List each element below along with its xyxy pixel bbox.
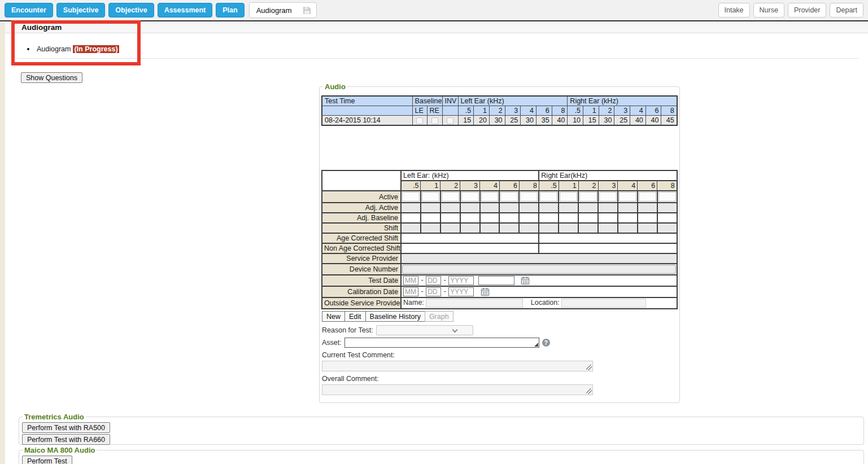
active-cell [559, 191, 578, 203]
active-threshold-input[interactable] [422, 192, 439, 202]
active-threshold-input[interactable] [442, 192, 459, 202]
value-cell [480, 223, 500, 233]
device-number-input[interactable] [402, 265, 676, 274]
active-threshold-input[interactable] [500, 192, 518, 202]
calendar-icon[interactable] [521, 276, 530, 285]
perform-test-with-ra660-button[interactable]: Perform Test with RA660 [22, 434, 110, 445]
detail-freq-header-left-1: 1 [421, 181, 440, 191]
reason-for-test-select[interactable] [376, 325, 473, 335]
value-cell [578, 223, 598, 233]
stage-button-depart[interactable]: Depart [830, 3, 863, 17]
freq-header-right-1: 1 [583, 106, 599, 116]
col-baseline: Baseline [412, 96, 442, 106]
date-separator: - [444, 287, 446, 295]
detail-freq-header-left-2: 2 [440, 181, 460, 191]
current-test-comment-textarea[interactable] [322, 361, 593, 371]
nav-button-encounter[interactable]: Encounter [5, 3, 53, 17]
active-threshold-input[interactable] [658, 192, 676, 202]
outside-location-input[interactable] [561, 299, 646, 308]
blank-corner-cell [322, 170, 401, 191]
baseline-re-checkbox[interactable] [431, 117, 438, 124]
right-ear-value-cell: 40 [645, 116, 661, 126]
value-cell [618, 213, 638, 223]
active-threshold-input[interactable] [520, 192, 538, 202]
new-button[interactable]: New [322, 311, 345, 322]
outside-name-input[interactable] [426, 299, 523, 308]
left-ear-value-cell: 30 [521, 116, 536, 126]
col-re: RE [427, 106, 442, 116]
shift-cell [539, 233, 677, 243]
row-label-non-age-corrected-shift: Non Age Corrected Shift [322, 243, 401, 253]
help-icon[interactable]: ? [542, 339, 550, 347]
value-cell [440, 203, 460, 213]
value-cell [657, 213, 677, 223]
nav-button-plan[interactable]: Plan [216, 3, 244, 17]
save-button[interactable] [299, 3, 316, 17]
value-cell [519, 203, 539, 213]
freq-header-left-3: 3 [505, 106, 521, 116]
resize-grip-icon [534, 343, 538, 347]
inv-checkbox-cell [442, 116, 458, 126]
active-threshold-input[interactable] [639, 192, 656, 202]
detail-freq-header-left-8: 8 [519, 181, 539, 191]
value-cell [598, 223, 618, 233]
current-test-comment-label: Current Test Comment: [322, 351, 678, 359]
value-cell [598, 203, 618, 213]
nav-button-subjective[interactable]: Subjective [56, 3, 106, 17]
active-cell [519, 191, 539, 203]
active-threshold-input[interactable] [481, 192, 499, 202]
blank-header-cell [442, 106, 458, 116]
graph-button: Graph [425, 311, 453, 322]
test-date-month-input[interactable] [403, 276, 418, 285]
stage-button-provider[interactable]: Provider [788, 3, 827, 17]
baseline-history-button[interactable]: Baseline History [365, 311, 425, 322]
tab-audiogram[interactable]: Audiogram [249, 2, 317, 18]
active-cell [401, 191, 421, 203]
active-threshold-input[interactable] [599, 192, 617, 202]
perform-test-with-ra500-button[interactable]: Perform Test with RA500 [22, 422, 110, 433]
active-threshold-input[interactable] [579, 192, 597, 202]
left-ear-value-cell: 15 [458, 116, 474, 126]
active-threshold-input[interactable] [540, 192, 557, 202]
active-threshold-input[interactable] [619, 192, 636, 202]
detail-col-right-ear: Right Ear(kHz) [539, 170, 677, 181]
freq-header-right-4: 4 [630, 106, 646, 116]
resize-grip-icon [586, 365, 592, 370]
asset-input[interactable] [344, 338, 539, 348]
calibration-date-year-input[interactable] [448, 287, 474, 296]
detail-freq-header-right-2: 2 [578, 181, 598, 191]
date-separator: - [421, 276, 423, 284]
show-questions-button[interactable]: Show Questions [21, 72, 82, 83]
date-separator: - [444, 276, 446, 284]
value-cell [618, 223, 638, 233]
perform-test-button[interactable]: Perform Test [22, 456, 72, 464]
calibration-date-month-input[interactable] [403, 287, 418, 296]
value-cell [401, 223, 421, 233]
overall-comment-textarea[interactable] [322, 384, 593, 395]
value-cell [460, 213, 480, 223]
left-ear-value-cell: 20 [474, 116, 490, 126]
stage-button-intake[interactable]: Intake [718, 3, 750, 17]
detail-freq-header-left-4: 4 [480, 181, 500, 191]
calendar-icon[interactable] [481, 287, 490, 296]
calibration-date-day-input[interactable] [426, 287, 441, 296]
active-threshold-input[interactable] [402, 192, 420, 202]
active-threshold-input[interactable] [461, 192, 479, 202]
row-label-active: Active [322, 191, 401, 203]
test-date-time-input[interactable] [478, 276, 514, 285]
row-label-outside-service-provider: Outside Service Provider [322, 297, 401, 309]
top-toolbar: EncounterSubjectiveObjectiveAssessmentPl… [0, 0, 868, 21]
nav-button-objective[interactable]: Objective [108, 3, 154, 17]
edit-button[interactable]: Edit [344, 311, 366, 322]
nav-button-assessment[interactable]: Assessment [158, 3, 213, 17]
device-number-cell [401, 264, 677, 275]
stage-button-nurse[interactable]: Nurse [753, 3, 784, 17]
baseline-le-checkbox[interactable] [416, 117, 423, 124]
detail-col-left-ear: Left Ear: (kHz) [401, 170, 539, 181]
audiogram-status-item[interactable]: Audiogram (In Progress) [27, 45, 119, 53]
test-date-year-input[interactable] [448, 276, 474, 285]
inv-checkbox[interactable] [447, 117, 453, 124]
resize-grip-icon [586, 388, 592, 394]
test-date-day-input[interactable] [426, 276, 441, 285]
active-threshold-input[interactable] [560, 192, 577, 202]
